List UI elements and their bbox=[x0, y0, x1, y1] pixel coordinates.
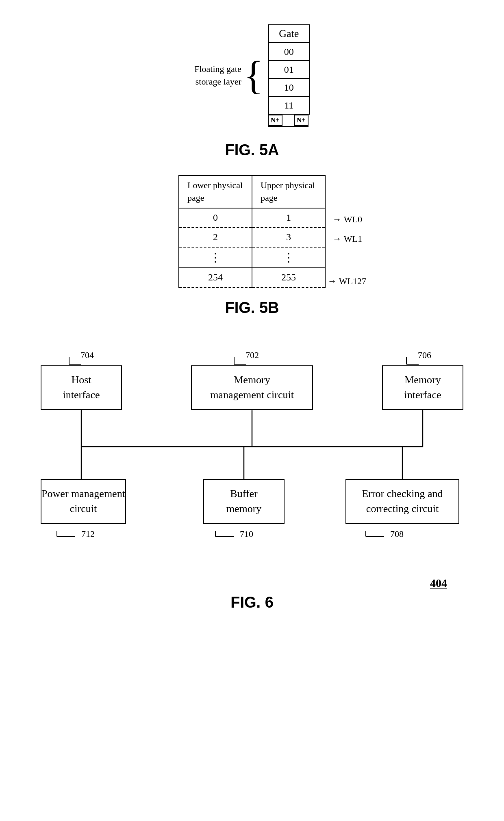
cell-00: 00 bbox=[269, 43, 309, 61]
fig5a-diagram: Floating gate storage layer { Gate 00 01… bbox=[194, 24, 309, 127]
floating-gate-label: Floating gate bbox=[194, 64, 241, 74]
fig5b-diagram: Lower physical page Upper physical page bbox=[178, 175, 326, 288]
host-interface-label: Hostinterface bbox=[63, 373, 100, 402]
buffer-memory-box: Buffermemory bbox=[203, 479, 285, 524]
page-ref-404: 404 bbox=[430, 577, 447, 590]
ref-704-label: 704 bbox=[80, 350, 94, 361]
wl127-label: → WL127 bbox=[328, 276, 366, 287]
ecc-box: Error checking andcorrecting circuit bbox=[345, 479, 459, 524]
brace-icon: { bbox=[244, 55, 263, 96]
memory-interface-label: Memoryinterface bbox=[404, 373, 441, 402]
page: Floating gate storage layer { Gate 00 01… bbox=[0, 0, 504, 821]
memory-interface-box: Memoryinterface bbox=[382, 365, 463, 410]
wl0-label: → WL0 bbox=[332, 214, 362, 225]
buffer-memory-label: Buffermemory bbox=[226, 487, 262, 516]
table-row-dots: ⋮ ⋮ bbox=[179, 247, 325, 268]
ref-708-group: 708 bbox=[362, 529, 404, 539]
cell-01: 01 bbox=[269, 61, 309, 78]
ref-710-label: 710 bbox=[240, 529, 253, 539]
fig5b-section: Lower physical page Upper physical page bbox=[24, 175, 480, 329]
wl1-label: → WL1 bbox=[332, 234, 362, 244]
memory-management-circuit-box: Memorymanagement circuit bbox=[191, 365, 313, 410]
page-table-wrapper: Lower physical page Upper physical page bbox=[178, 175, 326, 288]
cell-10: 10 bbox=[269, 78, 309, 96]
ref-712-group: 712 bbox=[53, 529, 95, 539]
nplus-right: N+ bbox=[294, 115, 308, 126]
power-management-circuit-box: Power managementcircuit bbox=[41, 479, 126, 524]
ref-706-label: 706 bbox=[418, 350, 431, 361]
host-interface-box: Hostinterface bbox=[41, 365, 122, 410]
fig5a-label: FIG. 5A bbox=[225, 141, 279, 159]
fig6-label: FIG. 6 bbox=[230, 594, 274, 611]
gate-header-cell: Gate bbox=[269, 25, 309, 43]
cell-11: 11 bbox=[269, 96, 309, 114]
table-row-0-1: 0 1 bbox=[179, 208, 325, 228]
ref-702-label: 702 bbox=[245, 350, 259, 361]
fig5a-section: Floating gate storage layer { Gate 00 01… bbox=[24, 24, 480, 171]
ref-710-group: 710 bbox=[211, 529, 253, 539]
fig5b-label: FIG. 5B bbox=[225, 299, 279, 317]
table-row-254-255: 254 255 bbox=[179, 268, 325, 287]
power-management-label: Power managementcircuit bbox=[41, 487, 125, 516]
fig6-section: 704 702 706 Hostinterface bbox=[24, 341, 480, 623]
page-table: Lower physical page Upper physical page bbox=[178, 175, 326, 288]
ref-712-label: 712 bbox=[81, 529, 95, 539]
fig6-diagram: 704 702 706 Hostinterface bbox=[28, 341, 476, 577]
gate-table: Gate 00 01 10 11 bbox=[268, 24, 310, 115]
memory-management-label: Memorymanagement circuit bbox=[210, 373, 294, 402]
table-row-2-3: 2 3 bbox=[179, 228, 325, 247]
ref-708-label: 708 bbox=[390, 529, 404, 539]
ecc-label: Error checking andcorrecting circuit bbox=[362, 487, 443, 516]
storage-layer-label: storage layer bbox=[196, 76, 241, 87]
col-upper-header: Upper physical page bbox=[252, 176, 325, 208]
col-lower-header: Lower physical page bbox=[179, 176, 252, 208]
nplus-left: N+ bbox=[268, 115, 282, 126]
